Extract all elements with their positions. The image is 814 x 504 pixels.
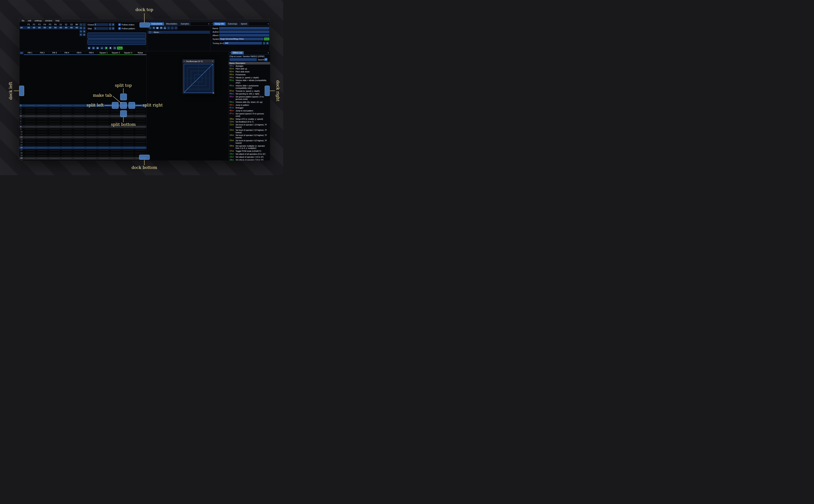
pattern-cell[interactable] xyxy=(61,112,73,115)
expand-channels-button[interactable]: ++ xyxy=(20,52,23,54)
metronome-button[interactable] xyxy=(109,46,112,50)
pattern-cell[interactable] xyxy=(134,115,146,117)
pattern-cell[interactable] xyxy=(61,131,73,133)
order-cell[interactable]: 00 xyxy=(31,27,37,29)
pattern-cell[interactable] xyxy=(85,144,97,146)
pattern-cell[interactable] xyxy=(48,125,61,128)
pattern-cell[interactable] xyxy=(122,146,134,149)
resize-grip[interactable] xyxy=(212,92,214,94)
pattern-cell[interactable] xyxy=(73,144,85,146)
pattern-cell[interactable] xyxy=(110,118,122,120)
pattern-cell[interactable] xyxy=(97,128,110,131)
pattern-cell[interactable] xyxy=(48,107,61,109)
pattern-cell[interactable] xyxy=(73,157,85,160)
step-minus-button[interactable]: - xyxy=(109,27,111,30)
pattern-cell[interactable] xyxy=(73,123,85,125)
play-song-button[interactable] xyxy=(92,46,95,50)
order-cell[interactable]: 00 xyxy=(58,27,63,29)
pattern-cell[interactable] xyxy=(73,146,85,149)
system-field[interactable]: Sega Genesis/Mega Drive xyxy=(219,38,263,40)
pattern-cell[interactable] xyxy=(48,115,61,117)
pattern-cell[interactable] xyxy=(134,128,146,131)
pattern-cell[interactable] xyxy=(85,128,97,131)
pattern-cell[interactable] xyxy=(73,120,85,123)
effect-list-menu-button[interactable]: ≡ xyxy=(264,58,267,61)
tab-samples[interactable]: Samples xyxy=(179,22,191,25)
pattern-cell[interactable] xyxy=(110,160,122,160)
dock-right-target[interactable] xyxy=(265,86,270,96)
edit-record-toggle[interactable] xyxy=(104,46,108,50)
pattern-cell[interactable] xyxy=(85,118,97,120)
pattern-cell[interactable] xyxy=(122,157,134,160)
channel-header-noise[interactable]: Noise xyxy=(134,51,146,55)
pattern-cell[interactable] xyxy=(61,146,73,149)
pattern-cell[interactable] xyxy=(61,154,73,157)
channel-header-fm-2[interactable]: FM 2 xyxy=(36,51,48,55)
order-cell[interactable]: 00 xyxy=(26,27,31,29)
pattern-cell[interactable] xyxy=(122,154,134,157)
pattern-cell[interactable] xyxy=(110,144,122,146)
pattern-cell[interactable] xyxy=(134,112,146,115)
pattern-cell[interactable] xyxy=(61,133,73,136)
pattern-cell[interactable] xyxy=(134,149,146,152)
oscilloscope-title-bar[interactable]: ▼ Oscilloscope (X-Y) × xyxy=(183,60,214,63)
octave-minus-button[interactable]: - xyxy=(109,23,111,26)
pattern-cell[interactable] xyxy=(73,149,85,152)
pattern-cell[interactable] xyxy=(122,128,134,131)
pattern-cell[interactable] xyxy=(48,141,61,144)
pattern-cell[interactable] xyxy=(24,128,36,131)
pattern-cell[interactable] xyxy=(48,120,61,123)
effect-search-input[interactable] xyxy=(229,58,257,61)
pattern-cell[interactable] xyxy=(73,118,85,120)
pattern-cell[interactable] xyxy=(61,128,73,131)
pattern-cell[interactable] xyxy=(85,120,97,123)
pattern-cell[interactable] xyxy=(97,112,110,115)
pattern-cell[interactable] xyxy=(24,141,36,144)
pattern-cell[interactable] xyxy=(61,107,73,109)
pattern-cell[interactable] xyxy=(73,115,85,117)
order-cell[interactable]: 00 xyxy=(53,27,58,29)
split-top-target[interactable] xyxy=(120,94,127,100)
pattern-cell[interactable] xyxy=(122,149,134,152)
pattern-cell[interactable] xyxy=(85,146,97,149)
pattern-cell[interactable] xyxy=(134,120,146,123)
instrument-organize-button[interactable] xyxy=(163,26,166,29)
pattern-cell[interactable] xyxy=(97,136,110,139)
pattern-cell[interactable] xyxy=(73,141,85,144)
channel-header-square-3[interactable]: Square 3 xyxy=(122,51,134,55)
pattern-cell[interactable] xyxy=(134,123,146,125)
order-add-button[interactable]: + xyxy=(79,23,82,26)
poly-toggle-button[interactable]: Poly xyxy=(117,47,123,50)
close-icon[interactable]: × xyxy=(207,23,210,25)
pattern-cell[interactable] xyxy=(110,152,122,154)
octave-plus-button[interactable]: + xyxy=(112,23,114,26)
pattern-cell[interactable] xyxy=(24,125,36,128)
pattern-cell[interactable] xyxy=(36,125,48,128)
pattern-cell[interactable] xyxy=(85,152,97,154)
pattern-cell[interactable] xyxy=(97,146,110,149)
pattern-cell[interactable] xyxy=(36,141,48,144)
pattern-cell[interactable] xyxy=(24,160,36,160)
pattern-cell[interactable] xyxy=(122,141,134,144)
close-icon[interactable]: × xyxy=(267,52,269,54)
close-icon[interactable]: × xyxy=(212,60,213,63)
pattern-cell[interactable] xyxy=(48,110,61,112)
pattern-cell[interactable] xyxy=(73,107,85,109)
dock-left-target[interactable] xyxy=(19,86,24,96)
pattern-cell[interactable] xyxy=(24,131,36,133)
pattern-cell[interactable] xyxy=(48,128,61,131)
pattern-cell[interactable] xyxy=(97,152,110,154)
pattern-cell[interactable] xyxy=(61,123,73,125)
pattern-cell[interactable] xyxy=(48,104,61,107)
pattern-cell[interactable] xyxy=(122,152,134,154)
pattern-cell[interactable] xyxy=(36,115,48,117)
pattern-cell[interactable] xyxy=(24,112,36,115)
pattern-cell[interactable] xyxy=(97,154,110,157)
tab-subsongs[interactable]: Subsongs xyxy=(226,22,239,25)
tuning-field[interactable]: 440 xyxy=(224,42,262,45)
pattern-cell[interactable] xyxy=(134,125,146,128)
pattern-cell[interactable] xyxy=(61,125,73,128)
play-button[interactable] xyxy=(88,46,91,50)
pattern-cell[interactable] xyxy=(36,133,48,136)
split-left-target[interactable] xyxy=(112,102,118,109)
